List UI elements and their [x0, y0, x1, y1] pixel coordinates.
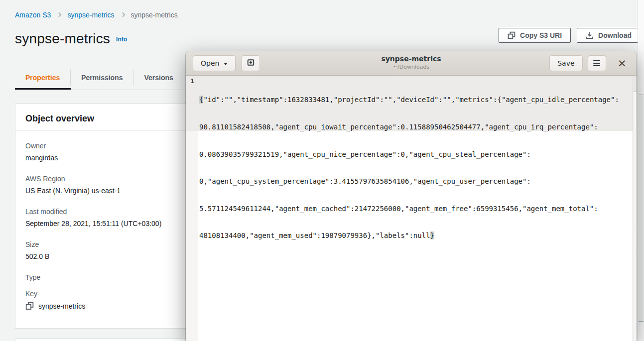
editor-code[interactable]: {"id":"","timestamp":1632833481,"project…: [199, 77, 619, 258]
close-window-button[interactable]: ×: [615, 58, 630, 69]
line-number: 1: [186, 77, 194, 85]
breadcrumb-object: synpse-metrics: [131, 11, 178, 19]
code-line: 0,"agent_cpu_system_percentage":3.415579…: [199, 177, 619, 186]
download-icon: [586, 31, 594, 39]
new-document-icon: [247, 58, 255, 68]
tab-divider: [184, 70, 184, 86]
object-key-text[interactable]: synpse-metrics: [38, 302, 85, 310]
code-line: {"id":"","timestamp":1632833481,"project…: [199, 95, 619, 104]
editor-scrollbar-thumb[interactable]: [633, 76, 637, 92]
page-title: synpse-metrics: [15, 31, 110, 47]
chevron-right-icon: [120, 12, 125, 17]
hamburger-menu-icon: [593, 60, 600, 66]
headerbar-right-controls: Save ×: [549, 55, 630, 71]
object-actions: Copy S3 URI Download: [499, 28, 641, 43]
window-subtitle: ~/Downloads: [381, 64, 441, 70]
menu-button[interactable]: [588, 55, 606, 71]
chevron-down-icon: [224, 63, 228, 65]
open-button[interactable]: Open: [193, 55, 236, 71]
copy-s3-uri-label: Copy S3 URI: [520, 31, 562, 39]
tab-versions[interactable]: Versions: [134, 74, 184, 82]
copy-s3-uri-button[interactable]: Copy S3 URI: [499, 28, 571, 43]
browser-scrollbar-thumb[interactable]: [639, 95, 644, 322]
window-title: synpse-metrics: [381, 55, 441, 63]
save-button-label: Save: [557, 59, 574, 67]
page-title-row: synpse-metrics Info: [15, 31, 127, 47]
text-editor-window: Open synpse-metrics ~/Downloads Save ×: [186, 51, 637, 341]
open-button-label: Open: [201, 59, 219, 67]
line-number-gutter: [186, 131, 198, 341]
editor-headerbar[interactable]: Open synpse-metrics ~/Downloads Save ×: [186, 51, 637, 76]
editor-text-area[interactable]: 1 {"id":"","timestamp":1632833481,"proje…: [186, 76, 637, 341]
download-label: Download: [598, 31, 632, 39]
tab-permissions[interactable]: Permissions: [71, 74, 133, 82]
matched-brace-close: }: [430, 231, 434, 239]
breadcrumb-bucket[interactable]: synpse-metrics: [67, 11, 114, 19]
code-line: 0.08639035799321519,"agent_cpu_nice_perc…: [199, 150, 619, 159]
tab-properties[interactable]: Properties: [15, 74, 70, 82]
chevron-right-icon: [57, 12, 62, 17]
code-line: 48108134400,"agent_mem_used":19879079936…: [199, 231, 619, 240]
download-button[interactable]: Download: [577, 28, 641, 43]
save-button[interactable]: Save: [549, 55, 582, 71]
breadcrumb-amazon-s3[interactable]: Amazon S3: [15, 11, 51, 19]
browser-scrollbar[interactable]: [638, 0, 644, 341]
editor-scrollbar[interactable]: [633, 76, 637, 341]
new-document-button[interactable]: [242, 55, 260, 71]
info-link[interactable]: Info: [116, 36, 127, 43]
copy-icon: [508, 31, 515, 39]
object-tabs: Properties Permissions Versions: [15, 70, 184, 86]
breadcrumb: Amazon S3 synpse-metrics synpse-metrics: [15, 11, 178, 19]
copy-key-icon[interactable]: [25, 302, 34, 310]
window-title-block: synpse-metrics ~/Downloads: [381, 55, 441, 70]
code-line: 5.571124549611244,"agent_mem_cached":214…: [199, 204, 619, 213]
code-line: 90.81101582418508,"agent_cpu_iowait_perc…: [199, 122, 619, 131]
